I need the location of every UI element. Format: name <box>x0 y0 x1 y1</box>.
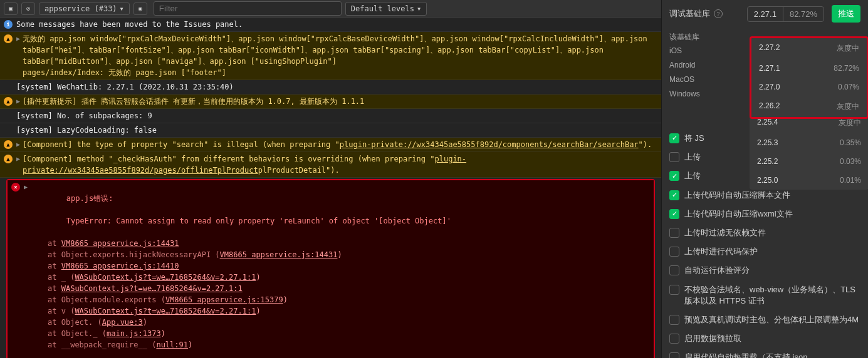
source-link[interactable]: VM8665 appservice.js:15379 <box>165 295 283 304</box>
version-selector[interactable]: 2.27.182.72% <box>747 6 824 22</box>
version-option[interactable]: 2.27.182.72% <box>751 59 867 78</box>
error-icon: × <box>11 183 20 192</box>
source-link[interactable]: WASubContext.js?t=we…71685264&v=2.27.1:1 <box>75 307 256 315</box>
checkbox-row[interactable]: 自动运行体验评分 <box>669 261 860 280</box>
source-link[interactable]: plugin-private://wx34345ae5855f892d/page… <box>23 155 466 175</box>
checkbox-row[interactable]: 启用数据预拉取 <box>669 329 860 348</box>
checkbox-row[interactable]: 启用代码自动热重载（不支持 json <box>669 348 860 358</box>
console-output: i Some messages have been moved to the I… <box>0 18 661 358</box>
log-level-selector[interactable]: Default levels ▾ <box>345 2 427 16</box>
expand-icon[interactable]: ▶ <box>16 139 20 150</box>
checkbox[interactable] <box>669 352 679 358</box>
chevron-down-icon: ▾ <box>120 4 124 13</box>
checkbox[interactable]: ✓ <box>669 171 679 181</box>
settings-sidebar: 调试基础库 ? 2.27.182.72% 推送 该基础库iOS.28 及以上An… <box>661 0 868 358</box>
warning-icon: ▲ <box>4 155 13 163</box>
checkbox[interactable]: ✓ <box>669 133 679 143</box>
source-link[interactable]: main.js:1373 <box>107 329 161 338</box>
push-button[interactable]: 推送 <box>832 5 860 23</box>
checkbox[interactable] <box>669 285 679 295</box>
source-link[interactable]: WASubContext.js?t=we…71685264&v=2.27.1:1 <box>61 284 243 293</box>
source-link[interactable]: WASubContext.js?t=we…71685264&v=2.27.1:1 <box>75 273 256 282</box>
source-link[interactable]: VM8665 appservice.js:14410 <box>61 262 179 270</box>
checkbox[interactable] <box>669 334 679 344</box>
version-option[interactable]: 2.25.00.01% <box>750 171 868 190</box>
checkbox-row[interactable]: 上传时过滤无依赖文件 <box>669 223 860 242</box>
checkbox-row[interactable]: ✓上传代码时自动压缩wxml文件 <box>669 205 860 223</box>
version-option[interactable]: 2.25.30.35% <box>750 133 868 152</box>
checkbox[interactable] <box>669 315 679 325</box>
context-selector[interactable]: appservice (#33) ▾ <box>39 3 130 15</box>
expand-icon[interactable]: ▶ <box>16 96 20 107</box>
checkbox[interactable] <box>669 228 679 238</box>
version-dropdown-ext[interactable]: 2.25.4灰度中2.25.30.35%2.25.20.03%2.25.00.0… <box>750 113 868 190</box>
warning-icon: ▲ <box>4 34 13 43</box>
checkbox-row[interactable]: 上传时进行代码保护 <box>669 242 860 261</box>
expand-icon[interactable]: ▶ <box>16 153 20 165</box>
checkbox-row[interactable]: 不校验合法域名、web-view（业务域名）、TLS 版本以及 HTTPS 证书 <box>669 280 860 310</box>
eye-icon[interactable]: ◉ <box>133 3 147 15</box>
warning-icon: ▲ <box>4 97 13 106</box>
help-icon[interactable]: ? <box>714 9 723 18</box>
filter-input[interactable] <box>154 1 342 16</box>
checkbox[interactable] <box>669 152 679 162</box>
info-icon: i <box>4 20 13 29</box>
source-link[interactable]: App.vue:3 <box>102 318 143 327</box>
checkbox[interactable] <box>669 247 679 257</box>
chevron-down-icon: ▾ <box>417 4 421 13</box>
issues-banner: i Some messages have been moved to the I… <box>0 18 661 32</box>
expand-icon[interactable]: ▶ <box>24 182 28 193</box>
clear-console-icon[interactable]: ⊘ <box>21 3 35 15</box>
log-row: [system] No. of subpackages: 9 <box>0 109 661 123</box>
log-row: [system] LazyCodeLoading: false <box>0 123 661 138</box>
sidebar-title: 调试基础库 <box>669 8 710 19</box>
checkbox-row[interactable]: 预览及真机调试时主包、分包体积上限调整为4M <box>669 310 860 329</box>
source-link[interactable]: VM8665 appservice.js:14431 <box>220 250 338 259</box>
expand-icon[interactable]: ▶ <box>16 33 20 44</box>
log-row: ▲▶[插件更新提示] 插件 腾讯云智服会话插件 有更新，当前使用的版本为 1.0… <box>0 95 661 109</box>
log-row: ▲▶[Component] the type of property "sear… <box>0 138 661 152</box>
log-row: ▲▶无效的 app.json window["rpxCalcMaxDeviceW… <box>0 32 661 80</box>
version-option[interactable]: 2.25.20.03% <box>750 152 868 171</box>
log-row: ▲▶[Component] method "_checkHasAuth" fro… <box>0 152 661 178</box>
checkbox[interactable]: ✓ <box>669 190 679 200</box>
source-link[interactable]: null:91 <box>156 340 188 349</box>
checkbox[interactable] <box>669 265 679 275</box>
version-option[interactable]: 2.27.00.07% <box>751 78 867 96</box>
source-link[interactable]: plugin-private://wx34345ae5855f892d/comp… <box>340 140 639 149</box>
warning-icon: ▲ <box>4 140 13 149</box>
version-dropdown[interactable]: 2.27.2灰度中2.27.182.72%2.27.00.07%2.26.2灰度… <box>750 36 868 119</box>
source-link[interactable]: VM8665 appservice.js:14431 <box>61 239 179 248</box>
version-option[interactable]: 2.26.2灰度中 <box>751 96 867 117</box>
sidebar-toggle-icon[interactable]: ▣ <box>4 3 18 15</box>
error-block: × ▶ app.js错误: TypeError: Cannot assign t… <box>6 179 655 358</box>
checkbox[interactable]: ✓ <box>669 209 679 219</box>
log-row: [system] WeChatLib: 2.27.1 (2022.10.31 2… <box>0 80 661 95</box>
version-option[interactable]: 2.27.2灰度中 <box>751 38 867 59</box>
